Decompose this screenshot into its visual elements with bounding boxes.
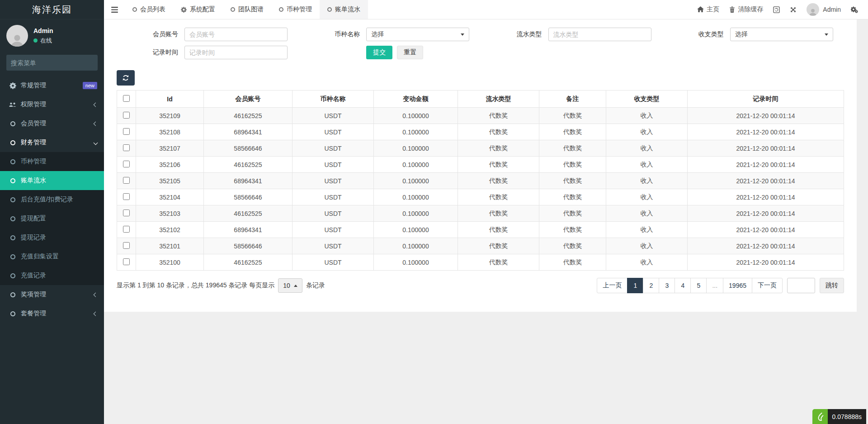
navbar-user-menu[interactable]: Admin bbox=[807, 3, 841, 16]
tab-member-list[interactable]: 会员列表 bbox=[125, 0, 173, 19]
sidebar-item-currency[interactable]: 币种管理 bbox=[0, 152, 104, 171]
member-account-input[interactable] bbox=[184, 28, 288, 41]
cell-time: 2021-12-20 00:01:14 bbox=[688, 173, 844, 189]
cell-income-type: 收入 bbox=[606, 124, 688, 140]
circle-icon bbox=[9, 311, 16, 316]
sidebar-item-member[interactable]: 会员管理 bbox=[0, 114, 104, 133]
trace-badge: 0.078888s bbox=[812, 409, 866, 424]
sidebar-item-general[interactable]: 常规管理 new bbox=[0, 76, 104, 95]
tab-currency[interactable]: 币种管理 bbox=[271, 0, 320, 19]
circle-icon bbox=[327, 7, 332, 12]
tab-team-graph[interactable]: 团队图谱 bbox=[223, 0, 271, 19]
submit-button[interactable]: 提交 bbox=[366, 46, 392, 59]
cell-id: 352100 bbox=[136, 254, 204, 271]
cell-time: 2021-12-20 00:01:14 bbox=[688, 124, 844, 140]
row-checkbox[interactable] bbox=[123, 161, 130, 167]
page-button-5[interactable]: 5 bbox=[690, 278, 707, 293]
prev-page-button[interactable]: 上一页 bbox=[597, 278, 627, 293]
bill-flow-panel: 会员账号 币种名称 选择 流水类型 bbox=[104, 19, 857, 312]
tab-bill-flow[interactable]: 账单流水 bbox=[320, 0, 368, 19]
income-type-label: 收支类型 bbox=[662, 30, 730, 38]
page-button-4[interactable]: 4 bbox=[675, 278, 691, 293]
cell-income-type: 收入 bbox=[606, 254, 688, 271]
circle-icon bbox=[132, 7, 137, 12]
cell-account: 46162525 bbox=[204, 254, 292, 271]
next-page-button[interactable]: 下一页 bbox=[752, 278, 783, 293]
home-link[interactable]: 主页 bbox=[697, 5, 719, 14]
cell-time: 2021-12-20 00:01:14 bbox=[688, 157, 844, 173]
page-size-dropdown[interactable]: 10 bbox=[278, 278, 302, 293]
sidebar-item-collection-settings[interactable]: 充值归集设置 bbox=[0, 247, 104, 266]
refresh-tab-icon[interactable] bbox=[773, 6, 780, 13]
row-checkbox[interactable] bbox=[123, 258, 130, 265]
caret-up-icon bbox=[294, 285, 297, 287]
pagination-summary: 显示第 1 到第 10 条记录，总共 199645 条记录 每页显示 10 条记… bbox=[117, 278, 325, 293]
currency-select[interactable]: 选择 bbox=[366, 28, 469, 41]
select-all-checkbox[interactable] bbox=[123, 95, 130, 102]
jump-button[interactable]: 跳转 bbox=[820, 278, 844, 293]
circle-icon bbox=[279, 7, 283, 12]
cell-remark: 代数奖 bbox=[539, 140, 606, 157]
user-status: 在线 bbox=[33, 37, 53, 45]
sidebar-item-withdraw-config[interactable]: 提现配置 bbox=[0, 209, 104, 228]
clear-cache-link[interactable]: 清除缓存 bbox=[729, 5, 763, 14]
cell-id: 352104 bbox=[136, 189, 204, 205]
settings-gears-icon[interactable] bbox=[851, 6, 858, 13]
cell-income-type: 收入 bbox=[606, 189, 688, 205]
cell-id: 352108 bbox=[136, 124, 204, 140]
page-button-last[interactable]: 19965 bbox=[723, 278, 752, 293]
caret-down-icon bbox=[461, 33, 464, 36]
cell-account: 68964341 bbox=[204, 222, 292, 238]
tab-system-config[interactable]: 系统配置 bbox=[173, 0, 223, 19]
row-checkbox[interactable] bbox=[123, 226, 130, 233]
row-checkbox[interactable] bbox=[123, 112, 130, 119]
app-logo[interactable]: 海洋乐园 bbox=[0, 0, 104, 19]
cell-time: 2021-12-20 00:01:14 bbox=[688, 254, 844, 271]
gears-icon bbox=[9, 82, 16, 89]
row-checkbox[interactable] bbox=[123, 210, 130, 216]
sidebar-item-packages[interactable]: 套餐管理 bbox=[0, 304, 104, 323]
sidebar-item-permission[interactable]: 权限管理 bbox=[0, 95, 104, 114]
hamburger-icon[interactable] bbox=[104, 0, 125, 19]
sidebar-item-bill-flow[interactable]: 账单流水 bbox=[0, 171, 104, 190]
sidebar-item-awards[interactable]: 奖项管理 bbox=[0, 285, 104, 304]
row-checkbox[interactable] bbox=[123, 193, 130, 200]
menu-search-input[interactable] bbox=[11, 59, 93, 67]
page-button-2[interactable]: 2 bbox=[643, 278, 659, 293]
gear-icon bbox=[181, 7, 187, 13]
cell-flow-type: 代数奖 bbox=[458, 222, 539, 238]
cell-amount: 0.100000 bbox=[374, 157, 458, 173]
cell-currency: USDT bbox=[292, 205, 374, 222]
jump-page-input[interactable] bbox=[787, 278, 815, 293]
record-time-input[interactable] bbox=[184, 46, 288, 59]
currency-name-label: 币种名称 bbox=[298, 30, 366, 38]
cell-id: 352109 bbox=[136, 108, 204, 124]
cell-income-type: 收入 bbox=[606, 222, 688, 238]
thinkphp-logo-icon[interactable] bbox=[812, 409, 828, 424]
cell-account: 68964341 bbox=[204, 124, 292, 140]
circle-icon bbox=[9, 254, 16, 259]
income-type-select[interactable]: 选择 bbox=[730, 28, 833, 41]
page-button-3[interactable]: 3 bbox=[659, 278, 675, 293]
sidebar-item-admin-recharge-records[interactable]: 后台充值/扣费记录 bbox=[0, 190, 104, 209]
row-checkbox[interactable] bbox=[123, 128, 130, 135]
cell-currency: USDT bbox=[292, 254, 374, 271]
flow-type-input[interactable] bbox=[548, 28, 651, 41]
cell-amount: 0.100000 bbox=[374, 173, 458, 189]
circle-icon bbox=[9, 235, 16, 240]
table-row: 352109 46162525 USDT 0.100000 代数奖 代数奖 收入… bbox=[117, 108, 844, 124]
reset-button[interactable]: 重置 bbox=[397, 46, 423, 59]
sidebar-item-finance[interactable]: 财务管理 bbox=[0, 133, 104, 152]
row-checkbox[interactable] bbox=[123, 177, 130, 184]
row-checkbox[interactable] bbox=[123, 144, 130, 151]
cell-flow-type: 代数奖 bbox=[458, 157, 539, 173]
fullscreen-icon[interactable] bbox=[790, 6, 797, 13]
cell-id: 352103 bbox=[136, 205, 204, 222]
search-icon[interactable] bbox=[93, 60, 93, 66]
cell-flow-type: 代数奖 bbox=[458, 108, 539, 124]
sidebar-item-recharge-log[interactable]: 充值记录 bbox=[0, 266, 104, 285]
page-button-1[interactable]: 1 bbox=[627, 278, 643, 293]
refresh-button[interactable] bbox=[117, 70, 135, 86]
sidebar-item-withdraw-records[interactable]: 提现记录 bbox=[0, 228, 104, 247]
row-checkbox[interactable] bbox=[123, 242, 130, 249]
